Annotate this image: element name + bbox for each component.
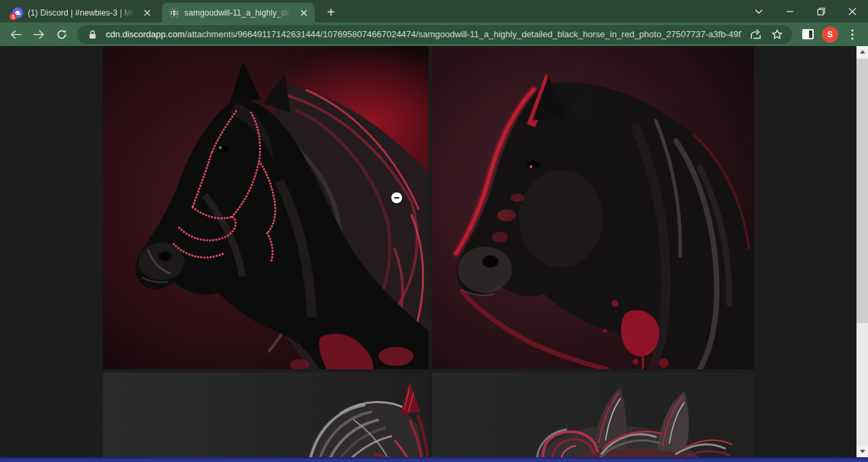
url-text: cdn.discordapp.com/attachments/966491171…	[106, 29, 742, 39]
discord-favicon-icon: 1	[12, 7, 23, 18]
tab-close-icon[interactable]	[298, 7, 309, 18]
image-quadrant-top-right[interactable]	[432, 46, 754, 369]
profile-avatar[interactable]: S	[822, 26, 838, 43]
window-controls	[743, 0, 868, 22]
restore-button[interactable]	[806, 0, 837, 22]
tab-discord[interactable]: 1 (1) Discord | #newbies-3 | Midjou	[5, 3, 158, 22]
horse-image-grid[interactable]	[103, 46, 754, 462]
taskbar-edge-strip	[0, 457, 868, 462]
image-quadrant-bottom-left[interactable]	[103, 373, 429, 462]
image-quadrant-bottom-right[interactable]	[432, 373, 754, 462]
tab-close-icon[interactable]	[142, 7, 153, 18]
new-tab-button[interactable]: +	[321, 3, 340, 22]
share-icon[interactable]	[747, 26, 764, 43]
image-quadrant-top-left[interactable]	[103, 46, 429, 369]
address-bar[interactable]: cdn.discordapp.com/attachments/966491171…	[77, 25, 792, 44]
reload-button[interactable]	[52, 24, 72, 45]
scrollbar-up-arrow[interactable]	[856, 46, 868, 58]
tab-image[interactable]: samgoodwill-11_a_highly_detaile	[162, 3, 315, 22]
forward-button[interactable]	[28, 24, 49, 45]
notification-badge: 1	[9, 13, 17, 20]
tab-title: (1) Discord | #newbies-3 | Midjou	[28, 8, 137, 18]
scrollbar-down-arrow[interactable]	[856, 446, 868, 457]
zoom-out-cursor-icon	[391, 192, 402, 203]
back-button[interactable]	[5, 24, 26, 45]
lock-icon[interactable]	[84, 26, 100, 43]
vertical-scrollbar[interactable]	[856, 46, 868, 457]
url-path: /attachments/96649117142631444/107695807…	[184, 29, 742, 39]
close-window-button[interactable]	[837, 0, 868, 22]
globe-favicon-icon	[169, 7, 180, 18]
browser-window: 1 (1) Discord | #newbies-3 | Midjou samg…	[0, 0, 868, 462]
toolbar-right: S	[797, 24, 863, 45]
menu-dots-icon[interactable]	[842, 24, 863, 45]
tab-bar: 1 (1) Discord | #newbies-3 | Midjou samg…	[0, 0, 868, 22]
url-domain: cdn.discordapp.com	[106, 29, 184, 39]
bookmark-star-icon[interactable]	[769, 26, 785, 43]
side-panel-icon[interactable]	[797, 24, 818, 45]
tab-search-chevron-icon[interactable]	[743, 0, 774, 22]
scrollbar-thumb[interactable]	[856, 59, 868, 323]
page-content	[0, 46, 868, 462]
tab-title: samgoodwill-11_a_highly_detaile	[184, 8, 294, 18]
toolbar: cdn.discordapp.com/attachments/966491171…	[0, 22, 868, 46]
minimize-button[interactable]	[774, 0, 806, 22]
